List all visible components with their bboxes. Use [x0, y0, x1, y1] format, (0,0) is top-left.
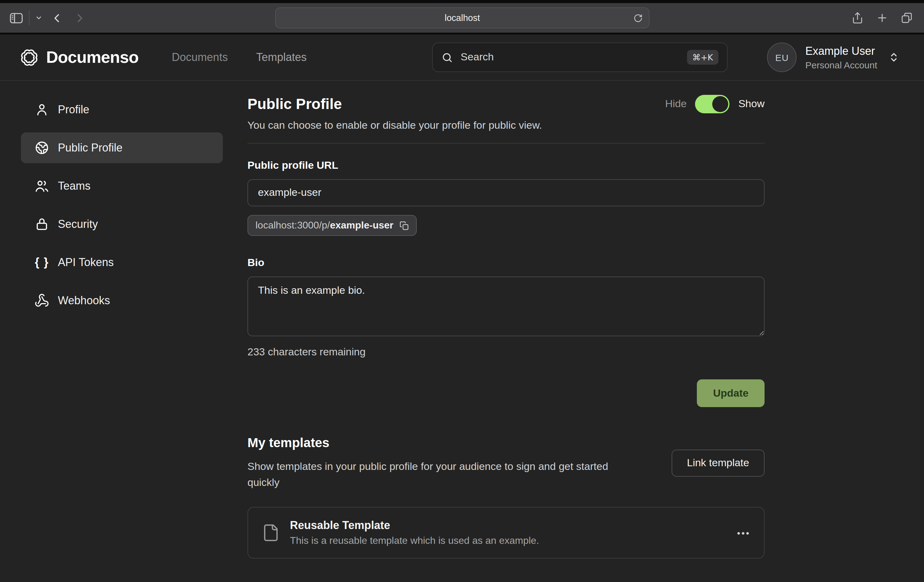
copy-icon[interactable]: [399, 221, 409, 230]
sidebar-item-api-tokens[interactable]: { } API Tokens: [21, 247, 223, 278]
globe-icon: [35, 141, 49, 155]
sidebar-item-label: Public Profile: [58, 141, 122, 154]
brand[interactable]: Documenso: [20, 48, 139, 67]
search-input[interactable]: [461, 51, 687, 63]
avatar: EU: [767, 43, 797, 72]
section-divider: [248, 143, 764, 144]
visibility-toggle[interactable]: [695, 95, 730, 113]
bio-textarea[interactable]: This is an example bio.: [248, 276, 764, 336]
browser-toolbar: localhost: [0, 3, 924, 33]
profile-url-prefix: localhost:3000/p/example-user: [256, 220, 393, 231]
users-icon: [35, 179, 49, 193]
my-templates-description: Show templates in your public profile fo…: [248, 459, 642, 491]
braces-icon: { }: [35, 256, 49, 269]
forward-button-icon[interactable]: [74, 12, 86, 24]
back-button-icon[interactable]: [51, 12, 63, 24]
template-name: Reusable Template: [290, 519, 539, 532]
user-name: Example User: [805, 45, 878, 58]
template-row: Reusable Template This is a reusable tem…: [248, 507, 764, 559]
share-icon[interactable]: [851, 12, 864, 24]
reload-icon[interactable]: [634, 13, 643, 23]
bio-field-label: Bio: [248, 257, 764, 269]
page-subtitle: You can choose to enable or disable your…: [248, 119, 764, 132]
update-button[interactable]: Update: [697, 379, 764, 407]
toggle-show-label: Show: [738, 98, 764, 110]
file-icon: [262, 524, 280, 542]
user-meta: Example User Personal Account: [805, 45, 878, 70]
sidebar-item-security[interactable]: Security: [21, 209, 223, 240]
address-bar-url: localhost: [445, 13, 480, 23]
profile-url-preview-chip[interactable]: localhost:3000/p/example-user: [248, 215, 417, 236]
lock-icon: [35, 217, 49, 231]
sidebar-item-label: Profile: [58, 103, 89, 116]
page-title: Public Profile: [248, 96, 342, 113]
documenso-logo-icon: [20, 48, 39, 67]
tab-overview-icon[interactable]: [901, 12, 913, 24]
sidebar-item-label: API Tokens: [58, 256, 114, 269]
top-nav: Documents Templates: [172, 51, 307, 64]
chevrons-up-down-icon[interactable]: [888, 52, 899, 63]
webhook-icon: [35, 293, 49, 308]
main-content: Public Profile Hide Show You can choose …: [248, 93, 764, 559]
search-icon: [442, 51, 454, 63]
templates-header-text: My templates Show templates in your publ…: [248, 435, 642, 491]
url-field-label: Public profile URL: [248, 159, 764, 172]
settings-sidebar: Profile Public Profile Teams S: [21, 94, 223, 323]
my-templates-title: My templates: [248, 435, 642, 450]
new-tab-icon[interactable]: [876, 12, 888, 24]
user-account-type: Personal Account: [805, 60, 878, 70]
app-window: localhost: [0, 0, 924, 582]
sidebar-toggle-icon[interactable]: [10, 13, 23, 23]
account-menu[interactable]: EU Example User Personal Account: [767, 43, 900, 72]
app-header: Documenso Documents Templates ⌘+K EU Exa…: [0, 35, 924, 81]
sidebar-item-public-profile[interactable]: Public Profile: [21, 132, 223, 163]
toggle-hide-label: Hide: [665, 98, 687, 110]
nav-documents[interactable]: Documents: [172, 51, 228, 64]
toggle-knob: [713, 96, 729, 112]
address-bar[interactable]: localhost: [275, 7, 649, 28]
template-description: This is a reusable template which is use…: [290, 535, 539, 546]
sidebar-item-teams[interactable]: Teams: [21, 170, 223, 202]
user-icon: [35, 102, 49, 117]
characters-remaining: 233 characters remaining: [248, 346, 764, 359]
link-template-button[interactable]: Link template: [672, 450, 764, 477]
template-meta: Reusable Template This is a reusable tem…: [290, 519, 539, 546]
window-top-edge: [0, 0, 924, 3]
public-profile-url-input[interactable]: [248, 179, 764, 206]
nav-templates[interactable]: Templates: [256, 51, 307, 64]
search-shortcut-badge: ⌘+K: [687, 50, 718, 64]
sidebar-item-profile[interactable]: Profile: [21, 94, 223, 125]
sidebar-item-label: Teams: [58, 180, 91, 192]
toolbar-divider: [29, 10, 30, 25]
sidebar-item-label: Webhooks: [58, 294, 110, 307]
brand-name: Documenso: [46, 48, 139, 67]
global-search[interactable]: ⌘+K: [432, 43, 728, 72]
sidebar-item-webhooks[interactable]: Webhooks: [21, 285, 223, 316]
template-actions-ellipsis[interactable]: •••: [737, 527, 751, 538]
visibility-toggle-group: Hide Show: [665, 95, 764, 113]
sidebar-menu-chevron-icon[interactable]: [35, 14, 43, 21]
sidebar-item-label: Security: [58, 218, 98, 231]
avatar-initials: EU: [776, 52, 789, 63]
